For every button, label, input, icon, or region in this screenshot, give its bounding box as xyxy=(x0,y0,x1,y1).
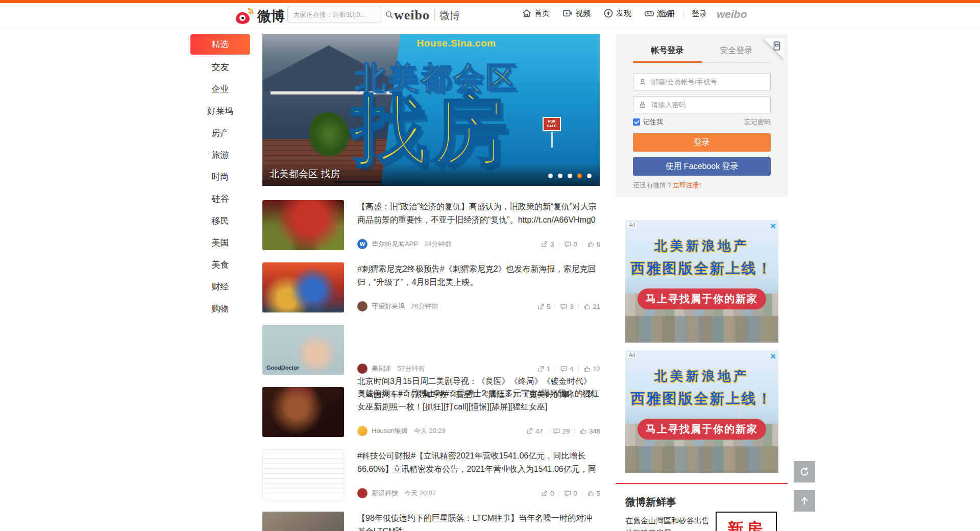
active-tab-indicator xyxy=(633,61,702,63)
like-button[interactable]: 5 xyxy=(587,490,600,497)
sidebar-item-finance[interactable]: 财经 xyxy=(190,276,250,298)
sidebar-item-hollywood[interactable]: 好莱坞 xyxy=(190,100,250,122)
ad-banner-seattle-1[interactable]: 北美新浪地产 西雅图版全新上线！ 马上寻找属于你的新家 Ad × xyxy=(625,220,778,343)
like-button[interactable]: 21 xyxy=(583,303,600,310)
account-input[interactable] xyxy=(651,78,770,86)
post-time: 57分钟前 xyxy=(398,364,425,373)
sidebar-item-fashion[interactable]: 时尚 xyxy=(190,166,250,188)
share-icon xyxy=(541,240,548,248)
comment-icon xyxy=(564,240,572,248)
carousel-dot-4-active[interactable] xyxy=(577,174,582,178)
for-sale-sign: FOR SALE xyxy=(543,117,561,131)
ad-cta-button[interactable]: 马上寻找属于你的新家 xyxy=(638,288,766,309)
avatar[interactable] xyxy=(357,301,368,311)
sidebar-item-travel[interactable]: 旅游 xyxy=(190,144,250,166)
ad-close-icon[interactable]: × xyxy=(770,221,776,231)
feed-item: 【98年俄债违约下的巨星陨落：LTCM往事】当年名噪一时的对冲基金LTCM跌 xyxy=(262,512,600,531)
search-input[interactable] xyxy=(288,11,385,18)
signup-link[interactable]: 立即注册! xyxy=(673,181,701,189)
carousel-dot-5[interactable] xyxy=(587,174,592,178)
sidebar-item-featured[interactable]: 精选 xyxy=(190,34,250,55)
avatar[interactable] xyxy=(357,364,368,374)
carousel-dot-3[interactable] xyxy=(568,174,572,178)
share-button[interactable]: 1 xyxy=(537,365,550,373)
qr-login-corner[interactable] xyxy=(763,38,785,60)
sidebar-item-food[interactable]: 美食 xyxy=(190,254,250,276)
fresh-news-title: 微博新鲜事 xyxy=(625,495,676,509)
remember-me-checkbox[interactable] xyxy=(633,118,640,126)
login-link[interactable]: 登录 xyxy=(692,9,707,19)
post-text[interactable]: #刺猬索尼克2终极预告#《刺猬索尼克2》也发布新海报，索尼克回归，“升级了”，4… xyxy=(357,262,600,289)
carousel-caption: 北美都会区 找房 xyxy=(270,167,340,181)
refresh-button[interactable] xyxy=(794,461,815,482)
post-thumbnail[interactable]: GoodDoctor xyxy=(262,325,344,375)
avatar[interactable]: W xyxy=(357,239,368,249)
post-thumbnail[interactable] xyxy=(262,512,344,531)
sidebar-item-dating[interactable]: 交友 xyxy=(190,56,250,78)
comment-button[interactable]: 0 xyxy=(564,240,577,248)
comment-button[interactable]: 4 xyxy=(560,365,573,373)
fresh-news-thumbnail[interactable]: 新房 xyxy=(716,512,777,531)
carousel-dot-2[interactable] xyxy=(558,174,562,178)
post-text[interactable]: 奥妹美爆！#奇异博士2##奇异博士2:疯狂多元宇宙#曝光黑化的猩红女巫新剧照一枚… xyxy=(357,387,600,414)
forgot-password-link[interactable]: 忘记密码 xyxy=(744,117,771,127)
weibo-intl-logo[interactable]: weibo xyxy=(717,8,747,20)
avatar[interactable] xyxy=(357,488,368,498)
post-thumbnail[interactable] xyxy=(262,387,344,437)
comment-button[interactable]: 0 xyxy=(564,490,577,497)
ad-headline-1: 北美新浪地产 xyxy=(625,237,778,254)
fresh-news-item-text[interactable]: 在舊金山灣區和矽谷出售的新建築房屋 xyxy=(625,515,713,531)
share-button[interactable]: 47 xyxy=(526,427,543,435)
share-button[interactable]: 3 xyxy=(541,240,554,248)
post-text[interactable]: 【高盛：旧“政治”经济的复仇】高盛认为，旧政策的新“复仇”对大宗商品前景的重要性… xyxy=(357,200,600,227)
share-button[interactable]: 0 xyxy=(541,490,554,497)
ad-close-icon[interactable]: × xyxy=(770,351,776,361)
post-thumbnail[interactable] xyxy=(262,200,344,250)
author-name[interactable]: Houson猴姆 xyxy=(372,426,408,436)
sidebar-item-realestate[interactable]: 房产 xyxy=(190,122,250,144)
author-name[interactable]: 新浪科技 xyxy=(372,489,398,498)
sidebar-item-siliconvalley[interactable]: 硅谷 xyxy=(190,188,250,210)
like-button[interactable]: 12 xyxy=(583,365,600,373)
auth-links: 注册 登录 xyxy=(659,9,707,19)
share-button[interactable]: 5 xyxy=(537,303,550,310)
tab-account-login[interactable]: 帐号登录 xyxy=(633,45,702,56)
nav-home[interactable]: 首页 xyxy=(522,8,550,18)
author-name[interactable]: 华尔街见闻APP xyxy=(372,239,418,249)
carousel-dot-1[interactable] xyxy=(548,174,553,178)
search-icon[interactable] xyxy=(385,7,394,22)
hero-carousel[interactable]: House.Sina.com 北美都会区 找房 FOR SALE 北美都会区 找… xyxy=(262,34,600,186)
nav-discover[interactable]: 发现 xyxy=(603,8,631,18)
back-to-top-button[interactable] xyxy=(794,490,815,512)
sidebar-item-shopping[interactable]: 购物 xyxy=(190,298,250,320)
carousel-headline-2: 找房 xyxy=(352,87,505,172)
sidebar-item-usa[interactable]: 美国 xyxy=(190,232,250,254)
like-button[interactable]: 346 xyxy=(579,427,600,435)
register-link[interactable]: 注册 xyxy=(659,9,675,19)
login-button[interactable]: 登录 xyxy=(633,133,771,152)
author-name[interactable]: 美剧迷 xyxy=(372,364,391,373)
post-text[interactable]: #科技公司财报#【立讯精密2021年营收1541.06亿元，同比增长66.60%… xyxy=(357,449,600,476)
ad-headline-1: 北美新浪地产 xyxy=(625,368,778,384)
tab-safe-login[interactable]: 安全登录 xyxy=(702,45,771,56)
nav-video[interactable]: 视频 xyxy=(562,8,591,18)
password-input[interactable] xyxy=(651,101,770,109)
like-button[interactable]: 6 xyxy=(587,240,600,248)
comment-button[interactable]: 3 xyxy=(560,303,573,310)
ad-label: Ad xyxy=(627,222,636,228)
wordmark-en: weibo xyxy=(394,8,430,23)
post-thumbnail[interactable] xyxy=(262,449,344,499)
post-thumbnail[interactable] xyxy=(262,262,344,312)
top-accent-stripe xyxy=(0,0,980,3)
weibo-logo[interactable]: 微博 xyxy=(236,7,285,26)
sidebar-item-immigration[interactable]: 移民 xyxy=(190,210,250,232)
up-arrow-icon xyxy=(799,495,810,506)
avatar[interactable] xyxy=(357,426,368,436)
author-name[interactable]: 守望好莱坞 xyxy=(372,302,405,311)
comment-button[interactable]: 29 xyxy=(553,427,570,435)
facebook-login-button[interactable]: 使用 Facebook 登录 xyxy=(633,157,771,176)
ad-cta-button[interactable]: 马上寻找属于你的新家 xyxy=(638,419,766,440)
ad-banner-seattle-2[interactable]: 北美新浪地产 西雅图版全新上线！ 马上寻找属于你的新家 Ad × xyxy=(625,350,778,473)
sidebar-item-business[interactable]: 企业 xyxy=(190,78,250,100)
post-text[interactable]: 【98年俄债违约下的巨星陨落：LTCM往事】当年名噪一时的对冲基金LTCM跌 xyxy=(357,512,600,531)
